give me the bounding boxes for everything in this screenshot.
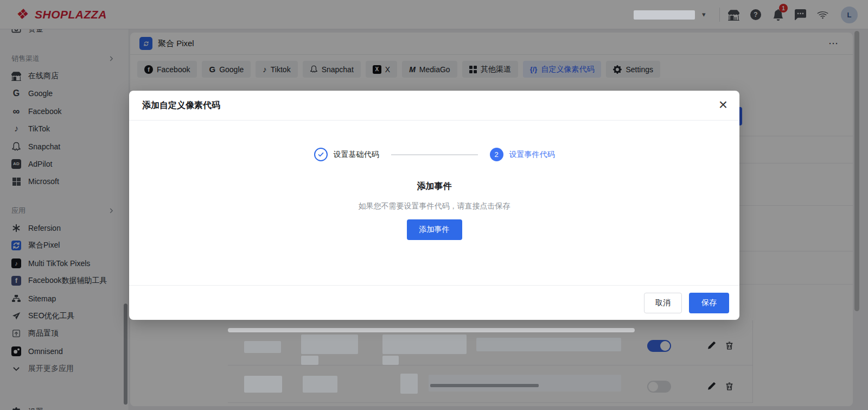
step-number-badge: 2 — [490, 148, 503, 161]
step-connector — [391, 154, 478, 155]
table-horizontal-scrollbar[interactable] — [228, 328, 635, 332]
redacted-cell — [301, 335, 358, 354]
redacted-store-name[interactable] — [634, 10, 695, 20]
redacted-cell — [244, 341, 281, 353]
modal-body: 添加事件 如果您不需要设置事件代码，请直接点击保存 添加事件 — [129, 181, 739, 240]
modal-title: 添加自定义像素代码 — [142, 100, 220, 111]
stepper: 设置基础代码 2 设置事件代码 — [129, 148, 739, 161]
redacted-cell — [244, 376, 282, 393]
cancel-button[interactable]: 取消 — [644, 293, 682, 313]
modal-footer: 取消 保存 — [129, 285, 739, 320]
add-event-heading: 添加事件 — [129, 181, 739, 192]
step-label: 设置事件代码 — [509, 150, 555, 160]
redacted-cell — [476, 338, 621, 351]
add-event-description: 如果您不需要设置事件代码，请直接点击保存 — [129, 201, 739, 211]
close-icon[interactable]: × — [719, 97, 727, 112]
save-button[interactable]: 保存 — [689, 293, 729, 313]
redacted-cell — [382, 335, 467, 354]
redacted-text-line — [430, 384, 539, 387]
step-base-code: 设置基础代码 — [314, 148, 379, 161]
redacted-cell — [301, 356, 318, 365]
modal-header: 添加自定义像素代码 × — [129, 91, 739, 121]
redacted-cell — [303, 376, 337, 393]
add-custom-pixel-modal: 添加自定义像素代码 × 设置基础代码 2 设置事件代码 添加事件 如果您不需要设… — [129, 91, 739, 320]
redacted-cell — [382, 356, 399, 365]
redacted-cell — [400, 374, 418, 394]
add-event-button[interactable]: 添加事件 — [407, 219, 462, 240]
step-label: 设置基础代码 — [334, 150, 379, 160]
step-event-code: 2 设置事件代码 — [490, 148, 555, 161]
step-done-check-icon — [314, 148, 328, 161]
redacted-cell — [429, 375, 621, 392]
